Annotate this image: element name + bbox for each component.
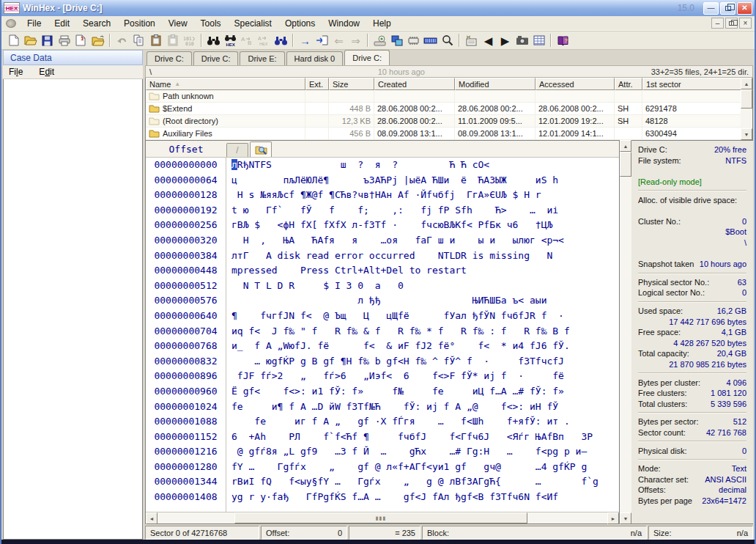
hex-text-line[interactable]: fе и¶ f А …D йW fЗТf№Ћ fЎ: иj f А „@ f<>… — [231, 400, 598, 415]
hex-vscroll-track[interactable] — [620, 152, 631, 512]
forward-arrow-button[interactable]: ⇒ — [347, 32, 364, 48]
column-header-1st-sector[interactable]: 1st sector — [642, 78, 744, 90]
preview-mode-tab[interactable] — [250, 141, 272, 157]
copy-button[interactable] — [130, 32, 147, 48]
hex-text-line[interactable]: иq f< J f‰ " f R f‰ & f R f‰ * f R f‰ : … — [231, 324, 598, 339]
open-file-button[interactable] — [22, 32, 39, 48]
text-column[interactable]: лRђNTFS ш ? я ? Ћ Ћ сО<ц пљЛёЮЛё¶ ъЗАЋРj… — [226, 158, 598, 512]
hex-text-line[interactable]: fJF fѓ>2 „ fѓ>6 „Иэf< 6 f<>F fЎ* иj f · … — [231, 369, 598, 384]
menu-options[interactable]: Options — [278, 17, 322, 30]
hex-text-line[interactable]: ц пљЛёЮЛё¶ ъЗАЋРj |ыёА ЋШи ё ЋАЗЫЖ иS h — [231, 173, 598, 188]
hex-text-line[interactable]: @ gfѓ8я „L gf9 …3 f Й … gЋx …# Гg:Н … f<… — [231, 444, 598, 460]
tab-drive-e-[interactable]: Drive E: — [240, 51, 284, 65]
tab-hard-disk-0[interactable]: Hard disk 0 — [286, 51, 344, 65]
properties-button[interactable]: 1 — [73, 32, 89, 48]
goto-into-button[interactable] — [314, 32, 330, 48]
back-arrow-button[interactable]: ⇐ — [330, 32, 347, 48]
next-arrow-button[interactable]: ▶ — [497, 32, 514, 48]
goto-offset-button[interactable]: → — [297, 32, 314, 48]
paste-write-button[interactable] — [164, 32, 181, 48]
hex-text-line[interactable]: Н s №яяЉсf ¶Ж@f ¶СЋв?чв†НАн Аf ·Йfчбfj Г… — [231, 188, 598, 203]
close-button[interactable]: ✕ — [737, 2, 752, 15]
column-header-size[interactable]: Size — [329, 78, 374, 90]
case-data-body[interactable] — [3, 79, 143, 540]
file-list-scroll-thumb[interactable] — [741, 89, 752, 109]
menu-view[interactable]: View — [162, 17, 194, 30]
find-text-button[interactable] — [205, 32, 222, 48]
scroll-down-icon[interactable]: ▼ — [620, 512, 631, 524]
hex-text-line[interactable]: fе иг f А „ gf ·Х fЃгя … f<Шh f+яfЎ: ит … — [231, 414, 598, 430]
disk-magnifier-button[interactable] — [439, 32, 456, 48]
hex-horizontal-scrollbar[interactable]: ◄ ▮▮▮ ► — [146, 512, 619, 523]
hex-text-line[interactable]: гВЉ $ <фН fХ[ fХfХ л-fЗТf · fчсюВЉКf< Рf… — [231, 218, 598, 233]
hex-hscroll-thumb[interactable]: ▮▮▮ — [234, 512, 527, 523]
new-file-button[interactable] — [5, 32, 22, 48]
data-interpreter-button[interactable] — [530, 32, 547, 48]
hex-text-line[interactable]: лтГ A disk read error occurred NTLDR is … — [231, 249, 598, 264]
case-menu-edit[interactable]: Edit — [39, 67, 54, 77]
minimize-button[interactable]: — — [703, 2, 719, 15]
hex-text-line[interactable]: 6 +Ah РЛ f`f<Ћf ¶ fчбfJ f<Гfч6J <Яѓг ЊАf… — [231, 430, 598, 445]
save-button[interactable] — [39, 32, 56, 48]
binary-101-button[interactable]: 101010 — [181, 32, 198, 48]
column-header-attr-[interactable]: Attr. — [615, 78, 642, 90]
menu-edit[interactable]: Edit — [48, 17, 76, 30]
mdi-minimize-button[interactable]: – — [711, 18, 724, 29]
find-hex-button[interactable]: HEX — [222, 32, 239, 48]
print-button[interactable] — [56, 32, 73, 48]
replace-text-button[interactable]: AB — [239, 32, 256, 48]
menu-help[interactable]: Help — [366, 17, 398, 30]
hex-text-line[interactable]: и_ f А „WюfJ. fё f< & иF fJ2 fё° f< * и4… — [231, 339, 598, 354]
status-segment-1[interactable]: Offset:0 — [261, 526, 347, 540]
clipboard-paste-button[interactable] — [147, 32, 164, 48]
table-row[interactable]: Path unknown — [146, 90, 752, 103]
title-bar[interactable]: HEX WinHex - [Drive C:] 15.0 — ✕ — [1, 0, 755, 16]
status-segment-0[interactable]: Sector 0 of 42716768 — [145, 526, 259, 540]
status-segment-4[interactable]: Size:n/a — [648, 526, 753, 540]
file-list-scroll-track[interactable] — [741, 89, 752, 128]
menu-specialist[interactable]: Specialist — [228, 17, 278, 30]
scroll-up-icon[interactable]: ▲ — [620, 140, 631, 152]
find-again-button[interactable] — [273, 32, 289, 48]
table-row[interactable]: Auxiliary Files456 B08.09.2008 13:1...08… — [146, 128, 752, 140]
column-header-name[interactable]: Name▲ — [146, 78, 305, 90]
help-book-button[interactable]: ? — [555, 32, 571, 48]
scroll-down-icon[interactable]: ▼ — [741, 128, 752, 140]
hex-text-line[interactable]: rВиI fQ f<ыу§fY … Гgѓx „ g @ лВfЗАГgЋ{ …… — [231, 474, 598, 490]
hex-vscroll-thumb[interactable] — [620, 152, 631, 177]
hex-text-line[interactable]: … юgfЌP g B gf ¶Н f‰ b gf<Н f‰ ^ fЎ^ f ·… — [231, 354, 598, 370]
edit-mode-tab[interactable]: / — [226, 143, 248, 157]
memory-stick-button[interactable] — [422, 32, 439, 48]
prev-arrow-button[interactable]: ◀ — [480, 32, 497, 48]
hex-text-line[interactable]: Ё gf< f<>: и1 fЎ: f» f№ fе иЦ f…А …# fЎ:… — [231, 384, 598, 400]
hex-text-line[interactable]: yg r y·fађ ГfРgfЌS f…А … gf<J fАл ђgf<В … — [231, 490, 598, 505]
tab-drive-c-[interactable]: Drive C: — [147, 51, 192, 65]
hex-vertical-scrollbar[interactable]: ▲ ▼ — [620, 140, 631, 524]
camera-button[interactable] — [514, 32, 530, 48]
hex-text-line[interactable]: mpressed Press Ctrl+Alt+Del to restart — [231, 263, 598, 279]
undo-button[interactable] — [114, 32, 130, 48]
open-disk-button[interactable] — [371, 32, 388, 48]
hex-text-line[interactable]: N T L D R $ I 3 0 a 0 — [231, 279, 598, 294]
menu-tools[interactable]: Tools — [194, 17, 228, 30]
mdi-close-button[interactable]: × — [739, 18, 752, 29]
status-segment-3[interactable]: Block:n/a — [422, 526, 647, 540]
hex-text-line[interactable]: л ђђ ЊИЋШБа ъ< аыи — [231, 293, 598, 309]
hex-text-line[interactable]: t ю Гf` fЎ f f; ,: fj fP Sfh Ћ> … иі — [231, 203, 598, 218]
hex-text-line[interactable]: fY … Гgfѓx „ gf @ л«f+АГf<уи1 gf gч@ …4 … — [231, 460, 598, 475]
column-header-modified[interactable]: Modified — [455, 78, 536, 90]
hex-text-line[interactable]: ¶ fчгfJN f< @ Ъщ Ц цЩfё fУал ђfЎN fчбfJR… — [231, 309, 598, 324]
hex-text-line[interactable]: лRђNTFS ш ? я ? Ћ Ћ сО< — [231, 158, 598, 173]
tab-drive-c-[interactable]: Drive C: — [344, 50, 390, 65]
file-list-scrollbar[interactable]: ▲ ▼ — [741, 78, 752, 140]
menu-search[interactable]: Search — [76, 17, 117, 30]
case-menu-file[interactable]: File — [9, 67, 23, 77]
mdi-restore-button[interactable] — [725, 18, 738, 29]
table-row[interactable]: $Extend448 B28.06.2008 00:2...28.06.2008… — [146, 103, 752, 115]
restore-button[interactable] — [720, 2, 735, 15]
hex-content[interactable]: 0000000000000000000064000000001280000000… — [146, 158, 619, 512]
hex-text-line[interactable]: Н , ЊА ЋАfя я …оя fаГ ш и ы и ылюг <р¬< — [231, 233, 598, 249]
table-row[interactable]: (Root directory)12,3 KB28.06.2008 00:2..… — [146, 115, 752, 128]
ram-chip-button[interactable] — [405, 32, 422, 48]
column-header-created[interactable]: Created — [374, 78, 455, 90]
